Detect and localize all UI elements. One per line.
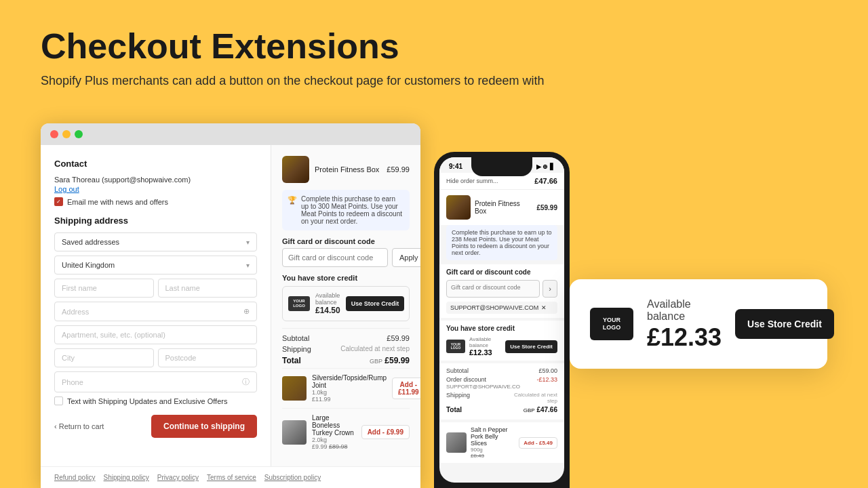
phone-order-discount-label: Order discount SUPPORT@SHOPWAIVE.CO: [446, 376, 520, 390]
discount-input[interactable]: [282, 248, 388, 267]
applied-code-text: SUPPORT@SHOPWAIVE.COM: [450, 304, 538, 311]
maximize-dot: [75, 130, 83, 138]
apply-discount-button[interactable]: Apply: [392, 248, 420, 267]
checkout-form: Contact Sara Thoreau (support@shopwaive.…: [41, 145, 271, 466]
subtotal-row: Subtotal £59.99: [282, 334, 410, 342]
email-checkbox[interactable]: ✓: [54, 197, 63, 206]
shipping-policy-link[interactable]: Shipping policy: [104, 474, 149, 481]
addon-sub-1: 1.0kg: [312, 389, 387, 396]
postcode-input[interactable]: Postcode: [158, 348, 258, 367]
city-input[interactable]: City: [54, 348, 154, 367]
widget-balance-amount: £12.33: [647, 325, 722, 350]
subscription-policy-link[interactable]: Subscription policy: [264, 474, 321, 481]
search-icon: ⊕: [243, 307, 250, 316]
email-checkbox-row[interactable]: ✓ Email me with news and offers: [54, 197, 257, 206]
phone-addon-info: Salt n Pepper Pork Belly Slices 900g £8.…: [471, 426, 515, 459]
phone-notch: [471, 157, 532, 176]
points-message: Complete this purchase to earn up to 300…: [301, 195, 404, 225]
phone-discount-title: Gift card or discount code: [446, 268, 557, 276]
phone-screen: 9:41 ▶ ⊕ ▋ Hide order summ... £47.66 Pro…: [439, 157, 564, 483]
terms-of-service-link[interactable]: Terms of service: [207, 474, 256, 481]
addon-price-2: £9.99 £89.98: [312, 443, 356, 450]
phone-time: 9:41: [449, 163, 462, 170]
total-label: Total: [282, 356, 301, 365]
phone-grand-total-row: Total GBP £47.66: [446, 406, 557, 413]
widget-logo: YOURLOGO: [590, 308, 633, 340]
addon-name-1: Silverside/Topside/Rump Joint: [312, 374, 387, 389]
privacy-policy-link[interactable]: Privacy policy: [157, 474, 199, 481]
shipping-checkbox[interactable]: [54, 396, 63, 405]
back-to-cart-link[interactable]: ‹ Return to cart: [54, 422, 104, 430]
phone-subtotal-label: Subtotal: [446, 367, 469, 374]
shipping-section: Shipping address Saved addresses ▾ Unite…: [54, 216, 257, 405]
totals-section: Subtotal £59.99 Shipping Calculated at n…: [282, 328, 410, 365]
phone-content: Protein Fitness Box £59.99 Complete this…: [439, 190, 564, 483]
phone-discount-row: Gift card or discount code ›: [446, 280, 557, 298]
widget-info: Available balance £12.33: [647, 298, 722, 350]
logout-link[interactable]: Log out: [54, 185, 257, 193]
shipping-updates-label: Text with Shipping Updates and Exclusive…: [67, 397, 227, 405]
refund-policy-link[interactable]: Refund policy: [54, 474, 96, 481]
add-addon-button-2[interactable]: Add - £9.99: [361, 425, 410, 439]
balance-info: Available balance £14.50: [315, 292, 340, 315]
hide-order-label: Hide order summ...: [446, 178, 498, 184]
chevron-down-icon: ▾: [246, 239, 250, 246]
store-credit-title: You have store credit: [282, 274, 410, 282]
phone-balance-amount: £12.33: [469, 348, 501, 357]
phone-add-addon-button[interactable]: Add - £5.49: [519, 437, 557, 449]
product-name: Protein Fitness Box: [315, 165, 381, 174]
apartment-input[interactable]: Apartment, suite, etc. (optional): [54, 325, 257, 344]
shipping-label: Shipping: [282, 345, 311, 353]
shipping-updates-row[interactable]: Text with Shipping Updates and Exclusive…: [54, 396, 257, 405]
product-thumbnail: [282, 156, 309, 183]
phone-icons: ▶ ⊕ ▋: [536, 163, 555, 170]
saved-addresses-select[interactable]: Saved addresses ▾: [54, 232, 257, 251]
phone-product-name: Protein Fitness Box: [475, 200, 532, 215]
last-name-input[interactable]: Last name: [158, 279, 258, 298]
store-credit-widget: YOURLOGO Available balance £12.33 Use St…: [570, 279, 827, 369]
phone-discount-placeholder: Gift card or discount code: [451, 284, 521, 291]
phone-store-logo: YOURLOGO: [446, 340, 465, 353]
phone-product: Protein Fitness Box £59.99: [439, 190, 564, 225]
phone-totals: Subtotal £59.00 Order discount SUPPORT@S…: [439, 363, 564, 420]
order-total-header: £47.66: [534, 177, 557, 185]
shipping-note: Calculated at next step: [340, 345, 410, 353]
widget-use-store-credit-button[interactable]: Use Store Credit: [735, 309, 834, 339]
close-dot: [50, 130, 58, 138]
phone-discount-section: Gift card or discount code Gift card or …: [439, 264, 564, 318]
continue-to-shipping-button[interactable]: Continue to shipping: [151, 415, 257, 438]
store-logo: YOURLOGO: [288, 296, 310, 311]
phone-points-banner: Complete this purchase to earn up to 238…: [446, 225, 557, 260]
city-postcode-row: City Postcode: [54, 348, 257, 371]
phone-use-store-credit-button[interactable]: Use Store Credit: [505, 340, 557, 353]
phone-discount-input[interactable]: Gift card or discount code: [446, 280, 540, 298]
minimize-dot: [62, 130, 71, 138]
phone-input[interactable]: Phone ⓘ: [54, 371, 257, 392]
phone-addon-item: Salt n Pepper Pork Belly Slices 900g £8.…: [439, 422, 564, 463]
phone-store-credit-title: You have store credit: [446, 325, 557, 332]
remove-code-icon[interactable]: ✕: [541, 304, 547, 311]
addon-info-2: Large Boneless Turkey Crown 2.0kg £9.99 …: [312, 414, 356, 450]
use-store-credit-button[interactable]: Use Store Credit: [346, 296, 405, 311]
discount-section-label: Gift card or discount code: [282, 237, 410, 245]
address-input[interactable]: Address ⊕: [54, 302, 257, 321]
phone-balance-label: Available balance: [469, 336, 501, 348]
phone-discount-arrow[interactable]: ›: [542, 280, 557, 298]
discount-field-row: Apply: [282, 248, 410, 267]
window-titlebar: [41, 123, 420, 145]
points-icon: 🏆: [288, 196, 297, 205]
phone-discount-row-total: Order discount SUPPORT@SHOPWAIVE.CO -£12…: [446, 376, 557, 390]
country-select[interactable]: United Kingdom ▾: [54, 256, 257, 274]
phone-points-message: Complete this purchase to earn up to 238…: [452, 229, 552, 256]
balance-amount: £14.50: [315, 306, 340, 315]
store-credit-section: You have store credit YOURLOGO Available…: [282, 274, 410, 321]
checkout-actions: ‹ Return to cart Continue to shipping: [54, 415, 257, 438]
phone-balance-info: Available balance £12.33: [469, 336, 501, 357]
addon-thumbnail-2: [282, 420, 307, 445]
phone-shipping-note: Calculated at next step: [503, 392, 557, 404]
contact-name: Sara Thoreau (support@shopwaive.com): [54, 176, 257, 184]
total-value: GBP £59.99: [370, 356, 410, 365]
add-addon-button-1[interactable]: Add - £11.99: [392, 378, 420, 399]
first-name-input[interactable]: First name: [54, 279, 154, 298]
phone-total-value: GBP £47.66: [524, 406, 557, 413]
